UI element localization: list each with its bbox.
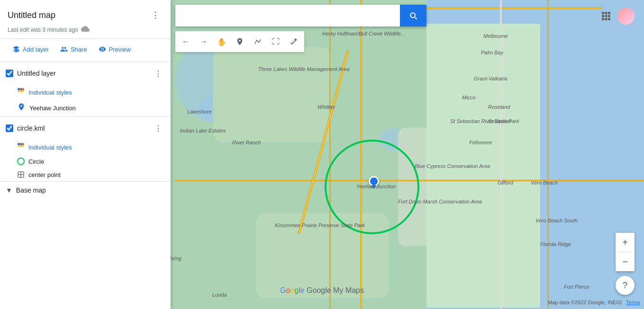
layer-2-header: circle.kml ⋮ — [0, 117, 171, 140]
toolbar: ← → ✋ ⛶ — [175, 31, 304, 52]
layer-2-more-button[interactable]: ⋮ — [152, 122, 165, 135]
road-h2 — [175, 180, 644, 181]
redo-button[interactable]: → — [195, 33, 212, 50]
svg-rect-5 — [608, 15, 610, 18]
pin-tool-button[interactable] — [231, 33, 248, 50]
layer-2-title: circle.kml — [17, 124, 148, 132]
edit-status-text: Last edit was 3 minutes ago — [8, 26, 78, 33]
svg-rect-10 — [20, 88, 22, 90]
layer-1-checkbox[interactable] — [6, 70, 13, 77]
layer-1-header: Untitled layer ⋮ — [0, 62, 171, 85]
svg-rect-8 — [608, 18, 610, 20]
undo-button[interactable]: ← — [177, 33, 194, 50]
road-v1 — [329, 0, 331, 309]
zoom-controls: + − — [616, 233, 635, 271]
preview-label: Preview — [109, 46, 131, 53]
svg-rect-2 — [608, 12, 610, 14]
layer-1-style-label: Individual styles — [28, 89, 72, 96]
svg-rect-0 — [602, 12, 604, 14]
individual-styles-icon-1 — [17, 88, 25, 97]
svg-rect-7 — [605, 18, 608, 20]
circle-item[interactable]: Circle — [0, 155, 171, 168]
preview-button[interactable]: Preview — [94, 43, 136, 56]
map-title: Untitled map — [8, 10, 55, 20]
layer-2-style-label: Individual styles — [28, 144, 72, 151]
layer-1-more-button[interactable]: ⋮ — [152, 67, 165, 80]
individual-styles-icon-2 — [17, 142, 25, 152]
layer-1-style-row[interactable]: Individual styles — [0, 85, 171, 100]
layer-2-checkbox[interactable] — [6, 124, 13, 132]
terms-link[interactable]: Terms — [626, 300, 640, 305]
svg-rect-1 — [605, 12, 608, 14]
edit-status: Last edit was 3 minutes ago — [8, 25, 163, 35]
ruler-tool-button[interactable] — [285, 33, 302, 50]
svg-rect-12 — [18, 91, 24, 92]
basemap-chevron-icon: ▼ — [6, 186, 12, 194]
center-point-label: center point — [28, 171, 61, 178]
zoom-out-button[interactable]: − — [616, 252, 635, 271]
grid-icon[interactable] — [598, 8, 615, 25]
share-button[interactable]: Share — [55, 43, 92, 56]
help-button[interactable]: ? — [616, 276, 635, 295]
svg-rect-13 — [18, 143, 20, 145]
svg-rect-14 — [20, 143, 22, 145]
map-attribution: Map data ©2022 Google, INEGI Terms — [548, 300, 640, 305]
road-v4 — [547, 0, 549, 309]
map-more-button[interactable]: ⋮ — [148, 8, 163, 23]
basemap-label: Base map — [16, 186, 46, 194]
svg-rect-11 — [22, 88, 24, 90]
cloud-icon — [81, 25, 90, 35]
svg-rect-3 — [602, 15, 604, 18]
green-area-1 — [213, 47, 332, 142]
circle-label: Circle — [28, 158, 44, 165]
search-bar — [175, 5, 426, 26]
center-point-item[interactable]: center point — [0, 168, 171, 181]
svg-rect-16 — [18, 146, 24, 147]
crosshair-icon — [17, 171, 25, 178]
layer-1-title: Untitled layer — [17, 70, 148, 77]
add-layer-button[interactable]: Add layer — [8, 43, 54, 56]
yeehaw-junction-pin[interactable] — [369, 176, 379, 186]
layer-section-2: circle.kml ⋮ Individual styles Circle ce… — [0, 117, 171, 182]
sidebar: Untitled map ⋮ Last edit was 3 minutes a… — [0, 0, 171, 309]
zoom-in-button[interactable]: + — [616, 233, 635, 252]
sidebar-header: Untitled map ⋮ Last edit was 3 minutes a… — [0, 0, 171, 39]
avatar-image — [617, 8, 635, 25]
yeehaw-junction-item[interactable]: Yeehaw Junction — [0, 100, 171, 116]
share-label: Share — [71, 46, 87, 53]
add-layer-label: Add layer — [23, 46, 49, 53]
svg-rect-15 — [22, 143, 24, 145]
road-v3 — [500, 0, 502, 309]
yeehaw-pin-icon — [17, 103, 26, 114]
circle-icon — [17, 158, 25, 165]
coastal-land — [426, 24, 540, 308]
svg-rect-4 — [605, 15, 608, 18]
layer-2-style-row[interactable]: Individual styles — [0, 140, 171, 155]
route-tool-button[interactable]: ⛶ — [267, 33, 284, 50]
action-buttons: Add layer Share Preview — [0, 39, 171, 62]
polyline-tool-button[interactable] — [249, 33, 266, 50]
search-button[interactable] — [400, 5, 426, 26]
green-area-2 — [256, 213, 389, 298]
avatar[interactable] — [617, 8, 635, 25]
svg-rect-9 — [18, 88, 20, 90]
search-input[interactable] — [175, 5, 400, 26]
road-v2 — [360, 0, 362, 309]
map-title-row: Untitled map ⋮ — [8, 8, 163, 23]
layer-section-1: Untitled layer ⋮ Individual styles Yeeha… — [0, 62, 171, 117]
basemap-section[interactable]: ▼ Base map — [0, 182, 171, 199]
svg-rect-6 — [602, 18, 604, 20]
hand-tool-button[interactable]: ✋ — [213, 33, 230, 50]
yeehaw-junction-label: Yeehaw Junction — [29, 105, 76, 112]
